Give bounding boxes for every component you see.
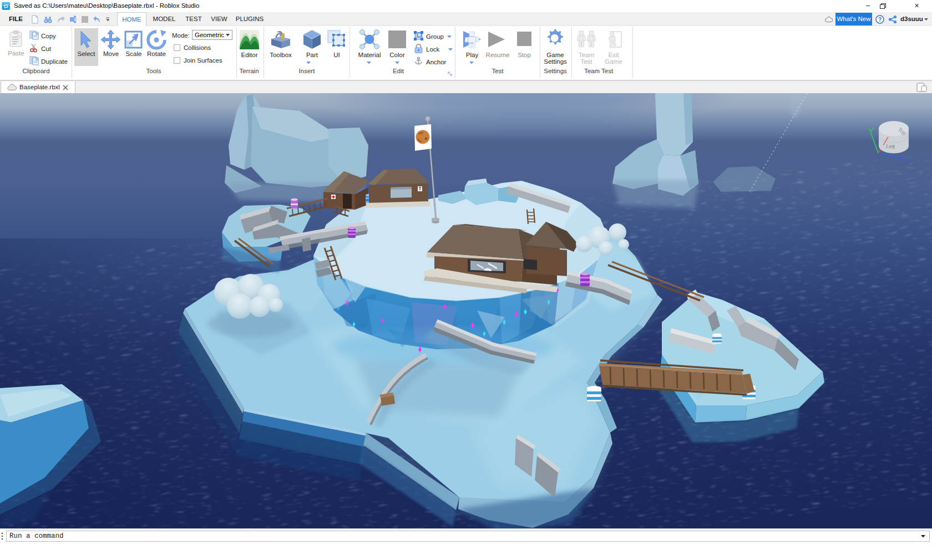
svg-text:Z: Z — [906, 157, 910, 165]
svg-text:?: ? — [878, 17, 882, 23]
